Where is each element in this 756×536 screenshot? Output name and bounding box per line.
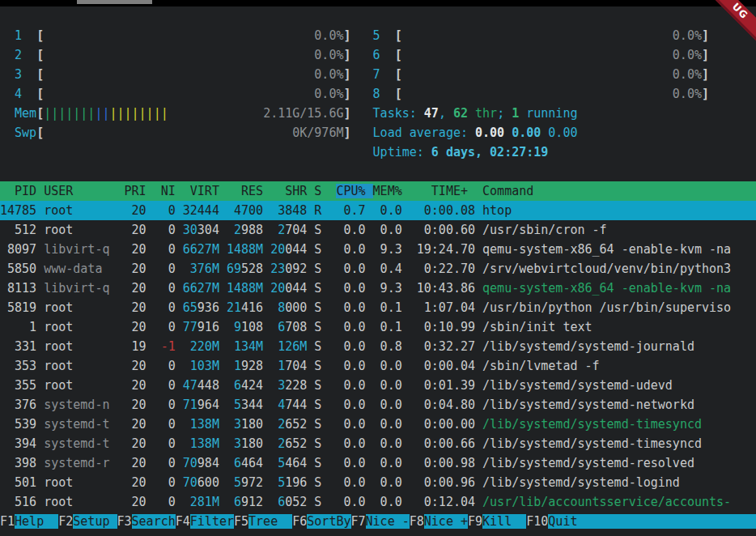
fkey-label-search[interactable]: Search bbox=[132, 514, 176, 529]
shr: 126M bbox=[278, 339, 307, 354]
fkey-label-help[interactable]: Help bbox=[15, 514, 58, 529]
shr: 3 bbox=[278, 378, 285, 393]
fkey-label-setup[interactable]: Setup bbox=[73, 514, 117, 529]
text bbox=[307, 417, 314, 432]
fkey-label-sortby[interactable]: SortBy bbox=[307, 514, 350, 529]
priority: 20 bbox=[125, 203, 147, 218]
mem-label: Mem bbox=[15, 106, 36, 121]
fkey-label-filter[interactable]: Filter bbox=[190, 514, 234, 529]
process-row[interactable]: 376 systemd-n 20 0 71964 5344 4744 S 0.0… bbox=[0, 395, 756, 415]
process-row[interactable]: 14785 root 20 0 32444 4700 3848 R 0.7 0.… bbox=[0, 201, 756, 220]
fkey-label-quit[interactable]: Quit bbox=[548, 514, 756, 529]
process-row[interactable]: 331 root 19 -1 220M 134M 126M S 0.0 0.8 … bbox=[0, 337, 756, 356]
priority: 20 bbox=[125, 398, 147, 412]
fkey-f5[interactable]: F5 bbox=[234, 514, 248, 529]
table-header-row[interactable]: PID USER PRI NI VIRT RES SHR S CPU% MEM%… bbox=[0, 181, 756, 201]
text bbox=[219, 281, 227, 296]
text bbox=[270, 398, 278, 412]
virt: 220M bbox=[190, 339, 219, 354]
process-row[interactable]: 353 root 20 0 103M 1928 1704 S 0.0 0.0 0… bbox=[0, 356, 756, 376]
text bbox=[321, 339, 336, 354]
process-row[interactable]: 501 root 20 0 70600 5972 5196 S 0.0 0.0 … bbox=[0, 473, 756, 492]
fkey-f1[interactable]: F1 bbox=[0, 514, 15, 529]
text bbox=[147, 417, 154, 432]
text bbox=[402, 67, 673, 82]
fkey-f10[interactable]: F10 bbox=[526, 514, 548, 529]
fkey-label-tree[interactable]: Tree bbox=[248, 514, 292, 529]
process-row[interactable]: 355 root 20 0 47448 6424 3228 S 0.0 0.0 … bbox=[0, 376, 756, 395]
text bbox=[307, 339, 314, 354]
threads-count: 62 bbox=[453, 106, 468, 121]
time: 0:01.39 bbox=[417, 378, 475, 393]
text bbox=[475, 281, 482, 296]
process-row[interactable]: 5819 root 20 0 65936 21416 8000 S 0.0 0.… bbox=[0, 298, 756, 317]
fkey-label-nice+[interactable]: Nice + bbox=[424, 514, 468, 529]
fkey-f6[interactable]: F6 bbox=[292, 514, 307, 529]
mem-usage: 0.8 bbox=[373, 339, 402, 354]
text: 108 bbox=[241, 320, 263, 334]
fkey-f8[interactable]: F8 bbox=[410, 514, 424, 529]
swp-label: Swp bbox=[15, 125, 36, 140]
fkey-label-nice-[interactable]: Nice - bbox=[366, 514, 410, 529]
nice: 0 bbox=[154, 417, 176, 432]
sort-column-header[interactable]: CPU% bbox=[336, 184, 372, 198]
text: 708 bbox=[285, 320, 307, 334]
command: htop bbox=[482, 203, 512, 218]
process-row[interactable]: 8113 libvirt-q 20 0 6627M 1488M 20044 S … bbox=[0, 279, 756, 298]
text bbox=[263, 436, 270, 451]
text bbox=[36, 262, 44, 276]
shr: 3848 bbox=[270, 203, 307, 218]
virt: 6627M bbox=[183, 281, 219, 296]
process-row[interactable]: 516 root 20 0 281M 6912 6052 S 0.0 0.0 0… bbox=[0, 492, 756, 512]
pid: 398 bbox=[0, 456, 36, 470]
fkey-f2[interactable]: F2 bbox=[58, 514, 73, 529]
fkey-f4[interactable]: F4 bbox=[176, 514, 190, 529]
cpu-id: 7 bbox=[373, 67, 380, 82]
text bbox=[176, 262, 183, 276]
meter-open-bracket: [ bbox=[36, 28, 44, 43]
text bbox=[402, 281, 417, 296]
text bbox=[36, 378, 44, 393]
text: ; bbox=[497, 106, 512, 121]
text bbox=[22, 48, 36, 62]
text bbox=[117, 495, 125, 509]
process-row[interactable]: 1 root 20 0 77916 9108 6708 S 0.0 0.1 0:… bbox=[0, 317, 756, 337]
virt: 65 bbox=[183, 300, 197, 315]
res: 69 bbox=[227, 262, 241, 276]
text: 936 bbox=[197, 300, 219, 315]
res: 5 bbox=[234, 475, 241, 490]
fkey-f3[interactable]: F3 bbox=[117, 514, 132, 529]
text: 424 bbox=[241, 378, 263, 393]
virt: 32444 bbox=[183, 203, 219, 218]
process-row[interactable]: 394 systemd-t 20 0 138M 3180 2652 S 0.0 … bbox=[0, 434, 756, 453]
fkey-f7[interactable]: F7 bbox=[351, 514, 366, 529]
cpu-meter-row-3: 3 [ 0.0%] 7 [ 0.0%] bbox=[0, 65, 756, 84]
process-row[interactable]: 8097 libvirt-q 20 0 6627M 1488M 20044 S … bbox=[0, 240, 756, 259]
process-row[interactable]: 512 root 20 0 30304 2988 2704 S 0.0 0.0 … bbox=[0, 220, 756, 240]
text bbox=[168, 106, 263, 121]
process-row[interactable]: 539 systemd-t 20 0 138M 3180 2652 S 0.0 … bbox=[0, 415, 756, 434]
res: 6 bbox=[234, 495, 241, 509]
fkey-f9[interactable]: F9 bbox=[468, 514, 482, 529]
fkey-label-kill[interactable]: Kill bbox=[482, 514, 526, 529]
text bbox=[176, 359, 183, 373]
browser-tab[interactable] bbox=[77, 0, 152, 4]
swp-usage: 0K/976M bbox=[292, 125, 343, 140]
res: 3 bbox=[234, 417, 241, 432]
text bbox=[270, 223, 278, 237]
cpu-usage: 0.0 bbox=[336, 495, 365, 509]
cpu-percent: 0.0% bbox=[673, 28, 702, 43]
process-row[interactable]: 398 systemd-r 20 0 70984 6464 5464 S 0.0… bbox=[0, 453, 756, 473]
text bbox=[176, 339, 183, 354]
thr-label: thr bbox=[468, 106, 497, 121]
text bbox=[219, 300, 227, 315]
process-row[interactable]: 5850 www-data 20 0 376M 69528 23092 S 0.… bbox=[0, 259, 756, 279]
text bbox=[227, 359, 234, 373]
text: 528 bbox=[241, 262, 263, 276]
user: root bbox=[44, 475, 117, 490]
text bbox=[176, 223, 183, 237]
mem-usage: 0.0 bbox=[373, 495, 402, 509]
text: 180 bbox=[241, 417, 263, 432]
text bbox=[321, 281, 336, 296]
text bbox=[227, 495, 234, 509]
